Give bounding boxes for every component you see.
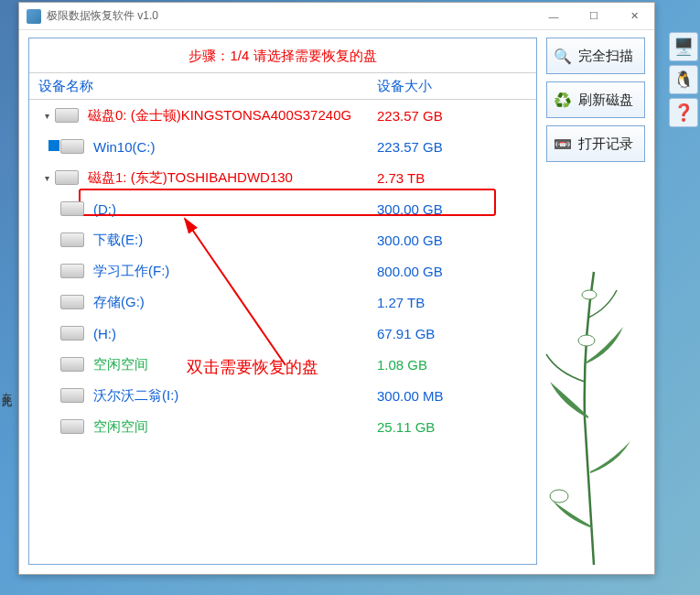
search-icon: 🔍 [553, 46, 573, 66]
openlog-label: 打开记录 [578, 135, 633, 153]
row-size: 223.57 GB [377, 108, 536, 124]
drive-icon [60, 201, 84, 216]
tray-icon-qq[interactable]: 🐧 [669, 65, 698, 94]
row-label: 学习工作(F:) [93, 263, 169, 280]
row-label: (D:) [93, 201, 116, 217]
step-header: 步骤：1/4 请选择需要恢复的盘 [29, 38, 536, 72]
list-header: 设备名称 设备大小 [29, 72, 536, 100]
open-log-button[interactable]: 📼 打开记录 [546, 125, 645, 162]
refresh-icon: ♻️ [553, 90, 573, 110]
partition-row[interactable]: 沃尔沃二翁(I:)300.00 MB [29, 380, 536, 411]
row-label: (H:) [93, 326, 116, 341]
drive-icon [60, 264, 84, 278]
drive-icon [55, 170, 79, 185]
partition-row[interactable]: 空闲空间1.08 GB [29, 349, 536, 380]
tray-icon-help[interactable]: ❓ [669, 98, 698, 127]
drive-icon [60, 295, 84, 309]
app-icon [27, 9, 41, 24]
chevron-down-icon[interactable]: ▾ [38, 173, 55, 183]
drive-icon [60, 419, 84, 434]
row-label: 空闲空间 [93, 356, 148, 373]
disk-row[interactable]: ▾磁盘1: (东芝)TOSHIBAHDWD1302.73 TB [29, 162, 536, 193]
row-size: 300.00 MB [377, 388, 536, 404]
row-size: 223.57 GB [377, 139, 536, 155]
row-size: 25.11 GB [377, 419, 536, 435]
row-size: 67.91 GB [377, 326, 536, 341]
maximize-button[interactable]: ☐ [574, 3, 614, 30]
partition-row[interactable]: Win10(C:)223.57 GB [29, 131, 536, 162]
side-panel: 🔍 完全扫描 ♻️ 刷新磁盘 📼 打开记录 [546, 38, 645, 565]
row-label: 磁盘0: (金士顿)KINGSTONSA400S37240G [88, 107, 351, 124]
row-label: Win10(C:) [93, 139, 156, 155]
full-scan-button[interactable]: 🔍 完全扫描 [546, 38, 645, 74]
column-size[interactable]: 设备大小 [377, 78, 536, 95]
partition-row[interactable]: 学习工作(F:)800.00 GB [29, 255, 536, 287]
chevron-down-icon[interactable]: ▾ [38, 111, 55, 121]
row-label: 存储(G:) [93, 294, 145, 311]
titlebar[interactable]: 极限数据恢复软件 v1.0 — ☐ ✕ [19, 3, 654, 30]
svg-point-1 [578, 335, 595, 346]
minimize-button[interactable]: — [533, 3, 574, 30]
partition-row[interactable]: 存储(G:)1.27 TB [29, 287, 536, 318]
decorative-plant [539, 235, 649, 565]
row-label: 沃尔沃二翁(I:) [93, 387, 178, 405]
row-size: 2.73 TB [377, 170, 536, 186]
svg-point-3 [550, 490, 568, 503]
disk-row[interactable]: ▾磁盘0: (金士顿)KINGSTONSA400S37240G223.57 GB [29, 100, 536, 131]
rows-container: 双击需要恢复的盘 ▾磁盘0: (金士顿)KINGSTONSA400S37240G… [29, 100, 536, 564]
drive-icon [60, 326, 84, 341]
row-size: 1.08 GB [377, 357, 536, 373]
window-title: 极限数据恢复软件 v1.0 [47, 8, 533, 24]
close-button[interactable]: ✕ [614, 3, 654, 30]
partition-row[interactable]: 空闲空间25.11 GB [29, 411, 536, 442]
main-window: 极限数据恢复软件 v1.0 — ☐ ✕ 步骤：1/4 请选择需要恢复的盘 设备名… [18, 2, 655, 575]
log-icon: 📼 [553, 134, 573, 154]
partition-row[interactable]: (H:)67.91 GB [29, 318, 536, 349]
drive-icon [60, 233, 84, 247]
column-name[interactable]: 设备名称 [29, 78, 377, 95]
row-label: 空闲空间 [93, 418, 148, 436]
drive-icon [55, 108, 79, 123]
svg-point-2 [582, 290, 597, 299]
row-label: 下载(E:) [93, 232, 143, 249]
row-label: 磁盘1: (东芝)TOSHIBAHDWD130 [88, 169, 293, 187]
tray-icon-monitor[interactable]: 🖥️ [669, 32, 698, 61]
row-size: 800.00 GB [377, 264, 536, 279]
drive-icon [60, 357, 84, 372]
row-size: 300.00 GB [377, 233, 536, 248]
refresh-label: 刷新磁盘 [578, 92, 633, 109]
scan-label: 完全扫描 [578, 48, 633, 65]
row-size: 300.00 GB [377, 201, 536, 217]
refresh-disks-button[interactable]: ♻️ 刷新磁盘 [546, 81, 645, 118]
partition-row[interactable]: (D:)300.00 GB [29, 193, 536, 224]
disk-list-panel: 步骤：1/4 请选择需要恢复的盘 设备名称 设备大小 双击需要恢复的盘 ▾磁盘0… [28, 38, 537, 565]
partition-row[interactable]: 下载(E:)300.00 GB [29, 224, 536, 255]
drive-icon [60, 139, 84, 154]
row-size: 1.27 TB [377, 295, 536, 310]
drive-icon [60, 388, 84, 403]
desktop-hint: 在 此 无 [0, 384, 14, 390]
